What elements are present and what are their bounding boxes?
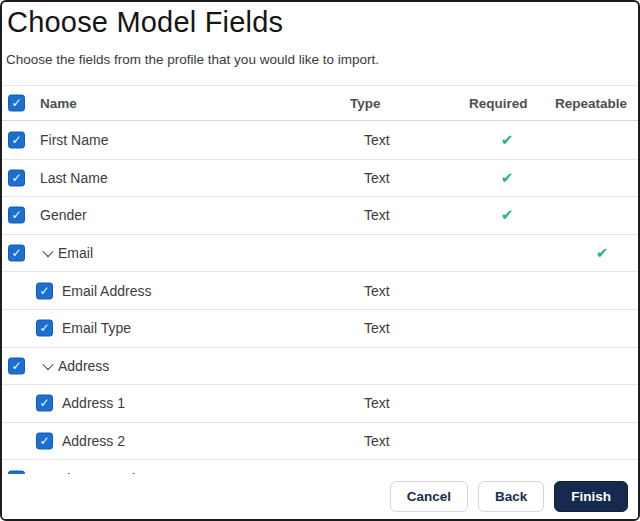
table-header: ✓ Name Type Required Repeatable — [2, 86, 638, 121]
row-type: Text — [364, 207, 390, 223]
table-row: ✓Email TypeText — [2, 310, 638, 348]
column-header-repeatable: Repeatable — [555, 96, 627, 111]
row-name: Last Name — [40, 170, 108, 186]
column-header-name: Name — [40, 96, 77, 111]
row-name: Address 1 — [62, 395, 125, 411]
required-check-icon: ✔ — [501, 133, 514, 148]
page-title: Choose Model Fields — [7, 6, 283, 39]
row-type: Text — [364, 283, 390, 299]
row-name: Address — [58, 358, 109, 374]
row-type: Text — [364, 395, 390, 411]
column-header-type: Type — [350, 96, 381, 111]
finish-button[interactable]: Finish — [554, 481, 628, 512]
row-name: Email Type — [62, 320, 131, 336]
table-row: ✓Phone NumberText — [2, 460, 638, 474]
row-checkbox[interactable]: ✓ — [36, 395, 53, 412]
table-row: ✓Address 2Text — [2, 423, 638, 461]
table-row: ✓Last NameText✔ — [2, 160, 638, 198]
column-header-required: Required — [469, 96, 528, 111]
row-type: Text — [364, 320, 390, 336]
row-name: Gender — [40, 207, 87, 223]
table-row: ✓Email✔ — [2, 235, 638, 273]
row-checkbox[interactable]: ✓ — [8, 357, 25, 374]
row-type: Text — [364, 170, 390, 186]
row-checkbox[interactable]: ✓ — [36, 433, 53, 450]
chevron-down-icon[interactable] — [42, 247, 53, 258]
table-row: ✓GenderText✔ — [2, 197, 638, 235]
repeatable-check-icon: ✔ — [596, 246, 609, 261]
dialog-subtitle: Choose the fields from the profile that … — [6, 52, 379, 67]
chevron-down-icon[interactable] — [42, 359, 53, 370]
row-checkbox[interactable]: ✓ — [8, 207, 25, 224]
row-checkbox[interactable]: ✓ — [8, 132, 25, 149]
required-check-icon: ✔ — [501, 208, 514, 223]
row-type: Text — [364, 132, 390, 148]
row-name: Email Address — [62, 283, 151, 299]
table-row: ✓Address — [2, 348, 638, 386]
row-name: Address 2 — [62, 433, 125, 449]
back-button[interactable]: Back — [478, 481, 544, 512]
table-row: ✓Email AddressText — [2, 272, 638, 310]
row-checkbox[interactable]: ✓ — [36, 320, 53, 337]
table-row: ✓First NameText✔ — [2, 122, 638, 160]
select-all-checkbox[interactable]: ✓ — [8, 95, 25, 112]
table-row: ✓Address 1Text — [2, 385, 638, 423]
table-body: ✓First NameText✔✓Last NameText✔✓GenderTe… — [2, 122, 638, 474]
row-checkbox[interactable]: ✓ — [36, 282, 53, 299]
cancel-button[interactable]: Cancel — [390, 481, 468, 512]
row-type: Text — [364, 433, 390, 449]
row-name: Email — [58, 245, 93, 261]
dialog-footer: Cancel Back Finish — [2, 474, 638, 519]
row-checkbox[interactable]: ✓ — [8, 245, 25, 262]
row-checkbox[interactable]: ✓ — [8, 169, 25, 186]
choose-model-fields-dialog: Choose Model Fields Choose the fields fr… — [0, 0, 640, 521]
required-check-icon: ✔ — [501, 170, 514, 185]
row-name: First Name — [40, 132, 108, 148]
